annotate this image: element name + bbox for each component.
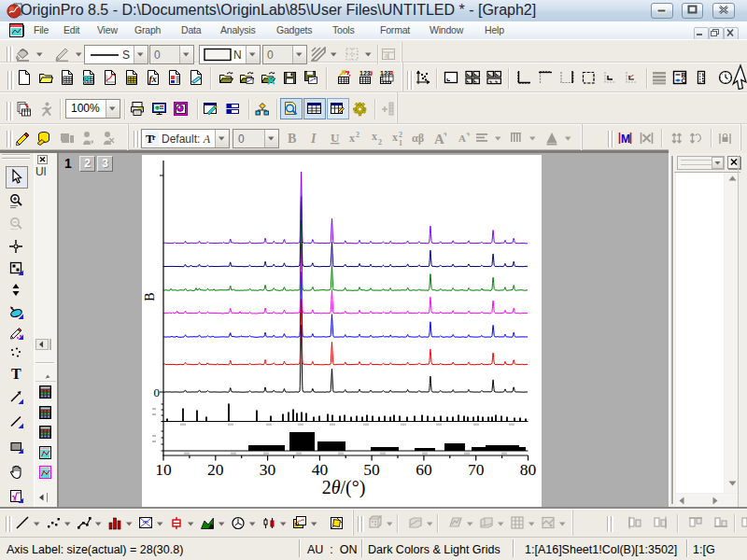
svg-text:B: B <box>143 292 157 301</box>
svg-text:0: 0 <box>154 385 161 399</box>
svg-text:C: C <box>682 77 686 84</box>
svg-text:1: 1 <box>399 139 402 147</box>
svg-text:80: 80 <box>520 460 537 479</box>
svg-text:30: 30 <box>260 460 276 479</box>
svg-text:r: r <box>152 133 156 142</box>
svg-text:αβ: αβ <box>412 132 424 145</box>
svg-text:2: 2 <box>356 131 359 139</box>
svg-text:A: A <box>434 132 444 147</box>
svg-text:B: B <box>288 132 296 146</box>
svg-text:70: 70 <box>468 460 485 479</box>
svg-text:a: a <box>385 52 388 59</box>
svg-text:50: 50 <box>363 460 380 479</box>
svg-text:x: x <box>349 132 355 145</box>
svg-text:2: 2 <box>378 138 382 147</box>
svg-text:M: M <box>621 133 630 146</box>
svg-text:M: M <box>295 522 300 527</box>
svg-text:I: I <box>310 132 317 146</box>
svg-text:fx: fx <box>148 74 156 84</box>
svg-text:2θ/(°): 2θ/(°) <box>322 477 366 498</box>
svg-text:N: N <box>233 49 242 62</box>
svg-text:2: 2 <box>399 131 402 139</box>
svg-text:60: 60 <box>416 460 432 479</box>
svg-text:x: x <box>372 130 377 143</box>
svg-text:A: A <box>458 133 466 144</box>
svg-text:10: 10 <box>155 460 172 479</box>
svg-text:U: U <box>331 131 340 145</box>
svg-text:x: x <box>392 131 398 144</box>
svg-text:40: 40 <box>312 460 329 479</box>
svg-text:20: 20 <box>207 460 224 479</box>
svg-text:T: T <box>11 366 21 382</box>
svg-text:123: 123 <box>359 70 371 77</box>
svg-text:S: S <box>122 49 130 62</box>
